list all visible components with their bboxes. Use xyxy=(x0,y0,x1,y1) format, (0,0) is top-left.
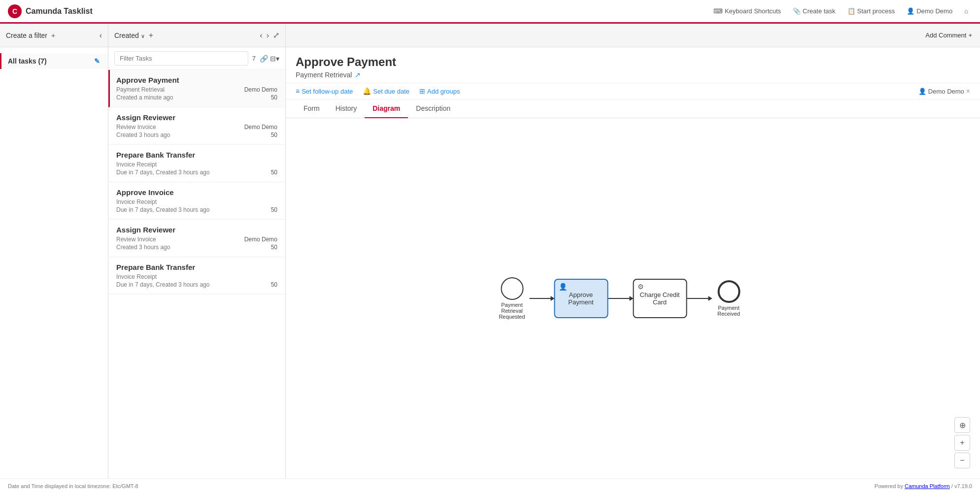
created-filter-label[interactable]: Created ∨ xyxy=(114,32,145,39)
footer-timezone: Date and Time displayed in local timezon… xyxy=(8,483,138,489)
task-item[interactable]: Prepare Bank Transfer Invoice Receipt Du… xyxy=(108,145,285,182)
set-due-date-button[interactable]: 🔔 Set due date xyxy=(363,87,409,95)
user-task-icon: 👤 xyxy=(559,283,567,291)
task-meta: Created 3 hours ago xyxy=(116,244,170,251)
bpmn-task-approve-payment[interactable]: 👤 Approve Payment xyxy=(554,279,608,318)
sequence-flow-2 xyxy=(608,298,633,299)
groups-icon: ⊞ xyxy=(419,87,425,95)
task-item[interactable]: Assign Reviewer Review Invoice Demo Demo… xyxy=(108,107,285,145)
detail-tabs: Form History Diagram Description xyxy=(286,99,980,118)
panel-expand-btn[interactable]: ⤢ xyxy=(273,31,279,40)
task-item[interactable]: Approve Payment Payment Retrieval Demo D… xyxy=(108,70,285,107)
diagram-canvas: Payment Retrieval Requested 👤 Approve Pa… xyxy=(286,118,980,478)
task-assignee: Demo Demo xyxy=(244,236,277,243)
camunda-platform-link[interactable]: Camunda Platform xyxy=(905,483,950,489)
zoom-out-icon: − xyxy=(960,456,964,465)
tab-history[interactable]: History xyxy=(328,99,365,118)
logo-letter: C xyxy=(12,7,17,15)
task-list-scroll[interactable]: Approve Payment Payment Retrieval Demo D… xyxy=(108,70,285,478)
home-button[interactable]: ⌂ xyxy=(960,5,972,17)
panel-collapse-left-btn[interactable]: ‹ xyxy=(260,31,262,40)
filter-count: 7 xyxy=(252,55,256,62)
task-process: Payment Retrieval xyxy=(116,86,165,93)
create-filter-button[interactable]: Create a filter xyxy=(6,32,47,39)
left-sidebar: All tasks (7) ✎ xyxy=(0,47,108,478)
add-groups-button[interactable]: ⊞ Add groups xyxy=(419,87,460,95)
sort-icon[interactable]: ⊟▾ xyxy=(270,55,279,63)
sequence-flow-3 xyxy=(687,298,711,299)
task-process: Invoice Receipt xyxy=(116,198,157,205)
bpmn-diagram: Payment Retrieval Requested 👤 Approve Pa… xyxy=(495,277,746,320)
start-process-icon: 📋 xyxy=(847,7,855,15)
task-meta: Created a minute ago xyxy=(116,94,173,101)
task-priority: 50 xyxy=(271,281,277,288)
tab-form[interactable]: Form xyxy=(296,99,328,118)
add-filter-button[interactable]: + xyxy=(149,31,153,40)
home-icon: ⌂ xyxy=(964,7,968,15)
assignee-icon: 👤 xyxy=(918,88,926,95)
tab-description[interactable]: Description xyxy=(408,99,458,118)
user-menu[interactable]: 👤 Demo Demo xyxy=(903,5,956,17)
task-name: Approve Invoice xyxy=(116,188,277,197)
edit-icon[interactable]: ✎ xyxy=(94,57,100,65)
task-item[interactable]: Assign Reviewer Review Invoice Demo Demo… xyxy=(108,220,285,257)
add-comment-button[interactable]: Add Comment + xyxy=(925,32,972,39)
chevron-down-icon: ∨ xyxy=(141,33,145,39)
filter-tasks-input[interactable] xyxy=(114,51,248,66)
bpmn-end-event[interactable]: Payment Received xyxy=(711,280,746,317)
sidebar-item-all-tasks[interactable]: All tasks (7) ✎ xyxy=(0,53,108,69)
sequence-flow-1 xyxy=(529,298,554,299)
remove-assignee-button[interactable]: × xyxy=(966,87,970,95)
create-task-button[interactable]: 📎 Create task xyxy=(789,5,839,17)
detail-process: Payment Retrieval ↗ xyxy=(296,71,970,79)
task-name: Approve Payment xyxy=(116,76,277,84)
due-date-icon: 🔔 xyxy=(363,87,371,95)
user-icon: 👤 xyxy=(907,7,914,15)
external-link-icon[interactable]: ↗ xyxy=(355,71,361,79)
task-assignee: Demo Demo xyxy=(244,124,277,131)
task-priority: 50 xyxy=(271,169,277,176)
create-filter-add-icon[interactable]: + xyxy=(51,32,55,39)
detail-actions: ≡ Set follow-up date 🔔 Set due date ⊞ Ad… xyxy=(286,83,980,99)
set-followup-date-button[interactable]: ≡ Set follow-up date xyxy=(296,87,353,95)
filter-icons[interactable]: 🔗 ⊟▾ xyxy=(260,55,279,63)
app-logo: C Camunda Tasklist xyxy=(8,4,93,18)
bpmn-task-charge-credit-card[interactable]: ⚙ Charge Credit Card xyxy=(633,279,687,318)
task-list-header: 7 🔗 ⊟▾ xyxy=(108,47,285,70)
keyboard-shortcuts-button[interactable]: ⌨ Keyboard Shortcuts xyxy=(710,5,785,17)
task-name: Prepare Bank Transfer xyxy=(116,151,277,159)
start-process-button[interactable]: 📋 Start process xyxy=(844,5,899,17)
link-icon[interactable]: 🔗 xyxy=(260,55,268,63)
task-priority: 50 xyxy=(271,206,277,213)
logo-icon: C xyxy=(8,4,22,18)
zoom-in-button[interactable]: + xyxy=(954,435,970,451)
end-event-label: Payment Received xyxy=(711,305,746,317)
task-list-panel: 7 🔗 ⊟▾ Approve Payment Payment Retrieval… xyxy=(108,47,286,478)
zoom-out-button[interactable]: − xyxy=(954,453,970,468)
panel-collapse-right-btn[interactable]: › xyxy=(267,31,269,40)
task-assignee: Demo Demo xyxy=(244,86,277,93)
task-name: Prepare Bank Transfer xyxy=(116,263,277,271)
task-meta: Due in 7 days, Created 3 hours ago xyxy=(116,281,209,288)
center-icon: ⊕ xyxy=(959,421,966,430)
task-meta: Due in 7 days, Created 3 hours ago xyxy=(116,169,209,176)
keyboard-icon: ⌨ xyxy=(713,7,723,15)
footer-powered: Powered by Camunda Platform / v7.19.0 xyxy=(875,483,972,489)
zoom-in-icon: + xyxy=(960,438,964,447)
task-name: Assign Reviewer xyxy=(116,226,277,234)
charge-credit-card-shape: ⚙ Charge Credit Card xyxy=(633,279,687,318)
center-diagram-button[interactable]: ⊕ xyxy=(954,417,970,433)
task-meta: Due in 7 days, Created 3 hours ago xyxy=(116,206,209,213)
bpmn-start-event[interactable]: Payment Retrieval Requested xyxy=(495,277,529,320)
task-priority: 50 xyxy=(271,131,277,138)
create-task-icon: 📎 xyxy=(793,7,801,15)
sidebar-collapse-button[interactable]: ‹ xyxy=(100,31,102,40)
task-item[interactable]: Prepare Bank Transfer Invoice Receipt Du… xyxy=(108,257,285,295)
tab-diagram[interactable]: Diagram xyxy=(365,99,408,118)
service-task-icon: ⚙ xyxy=(638,283,644,291)
task-name: Assign Reviewer xyxy=(116,113,277,122)
end-event-shape xyxy=(717,280,740,303)
start-event-label: Payment Retrieval Requested xyxy=(495,302,529,320)
task-item[interactable]: Approve Invoice Invoice Receipt Due in 7… xyxy=(108,182,285,220)
detail-header: Approve Payment Payment Retrieval ↗ xyxy=(286,47,980,83)
